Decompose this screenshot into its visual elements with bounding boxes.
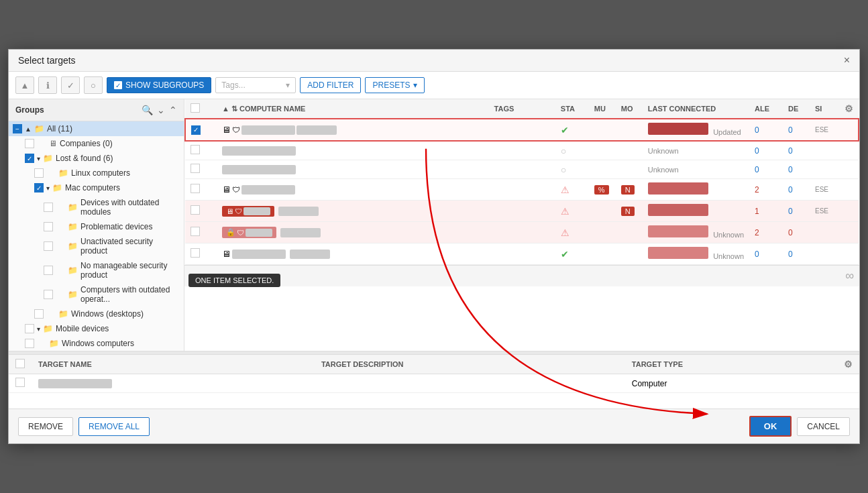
sidebar-item-windows-computers[interactable]: 📁 Windows computers [9, 336, 184, 351]
sidebar-item-unactivated[interactable]: 📁 Unactivated security product [9, 234, 184, 258]
row-de-cell: 0 [783, 119, 810, 141]
monitor-icon: 🖥 [222, 249, 231, 259]
sidebar-item-linux[interactable]: 📁 Linux computers [9, 166, 184, 180]
row-checkbox[interactable] [191, 205, 200, 215]
sidebar-checkbox-problematic[interactable] [44, 222, 53, 231]
bottom-row-checkbox-cell[interactable] [9, 374, 32, 393]
toolbar-warning-icon[interactable]: ▲ [15, 76, 34, 94]
row-checkbox[interactable]: ✓ [191, 125, 201, 135]
col-tags[interactable]: TAGS [489, 99, 555, 119]
toolbar-circle-icon[interactable]: ○ [84, 76, 103, 94]
row-extra-cell [836, 243, 859, 265]
sidebar-item-outdated-os[interactable]: 📁 Computers with outdated operat... [9, 282, 184, 307]
checkbox-icon: ✓ [114, 81, 122, 89]
sidebar-checkbox-all[interactable]: − [13, 124, 22, 133]
table-row: 🔒 🛡 ⚠ [185, 222, 859, 243]
row-alerts-cell: 0 [749, 119, 783, 141]
col-settings[interactable]: ⚙ [836, 99, 859, 119]
row-status-cell: ⚠ [555, 201, 589, 222]
sidebar-label-linux: Linux computers [71, 168, 180, 178]
sidebar-checkbox-mac[interactable]: ✓ [34, 183, 44, 193]
search-icon[interactable]: 🔍 [142, 105, 153, 115]
bottom-row-checkbox[interactable] [15, 378, 25, 387]
cancel-button[interactable]: CANCEL [797, 417, 850, 436]
bottom-col-settings[interactable]: ⚙ [834, 355, 859, 374]
sidebar-label-lost: Lost & found (6) [56, 154, 180, 163]
row-de-cell: 0 [783, 141, 810, 160]
sidebar-item-mac[interactable]: ✓ ▾ 📁 Mac computers [9, 180, 184, 195]
remove-all-button[interactable]: REMOVE ALL [78, 417, 150, 436]
presets-button[interactable]: PRESETS ▾ [365, 77, 424, 93]
scroll-area: ∞ [184, 265, 859, 286]
sidebar-item-windows-desktops[interactable]: 📁 Windows (desktops) [9, 307, 184, 321]
row-checkbox-cell[interactable] [185, 141, 206, 160]
row-checkbox[interactable] [191, 248, 200, 258]
sidebar-item-companies[interactable]: 🖥 Companies (0) [9, 136, 184, 151]
row-si-cell: ESE [810, 119, 836, 141]
col-ale[interactable]: ALE [749, 99, 783, 119]
add-filter-button[interactable]: ADD FILTER [300, 77, 361, 93]
close-button[interactable]: × [844, 55, 850, 66]
sidebar-header: Groups 🔍 ⌄ ⌃ [9, 99, 184, 121]
sidebar-checkbox-outdated[interactable] [44, 203, 53, 212]
sidebar-checkbox-lost[interactable]: ✓ [25, 154, 34, 163]
row-checkbox[interactable] [191, 184, 200, 193]
toolbar: ▲ ℹ ✓ ○ ✓ SHOW SUBGROUPS Tags... ▾ ADD F… [9, 72, 859, 99]
row-si-cell [810, 160, 836, 179]
row-tags-cell [489, 179, 555, 201]
sidebar-checkbox-linux[interactable] [34, 168, 44, 178]
sidebar-checkbox-windows-desktops[interactable] [34, 309, 44, 319]
show-subgroups-button[interactable]: ✓ SHOW SUBGROUPS [107, 77, 211, 93]
sidebar-checkbox-outdated-os[interactable] [44, 290, 53, 299]
row-checkbox-cell[interactable] [185, 243, 206, 265]
row-checkbox-cell[interactable] [185, 179, 206, 201]
bottom-header-checkbox[interactable] [15, 359, 25, 368]
row-checkbox[interactable] [191, 145, 200, 154]
col-si[interactable]: SI [810, 99, 836, 119]
sidebar-item-outdated[interactable]: 📁 Devices with outdated modules [9, 195, 184, 219]
sidebar-checkbox-companies[interactable] [25, 139, 34, 148]
row-checkbox[interactable] [191, 164, 200, 173]
header-checkbox[interactable] [191, 103, 200, 113]
remove-button[interactable]: REMOVE [18, 417, 73, 436]
col-computer-name[interactable]: ▲ ⇅ COMPUTER NAME [217, 99, 489, 119]
toolbar-check-icon[interactable]: ✓ [61, 76, 80, 94]
sidebar-item-problematic[interactable]: 📁 Problematic devices [9, 219, 184, 234]
row-checkbox-cell[interactable] [185, 201, 206, 222]
sidebar-item-all[interactable]: − ▲ 📁 All (11) [9, 121, 184, 136]
sidebar-checkbox-unactivated[interactable] [44, 241, 53, 251]
bottom-col-target-description: TARGET DESCRIPTION [315, 355, 625, 374]
sidebar-item-mobile[interactable]: ▾ 📁 Mobile devices [9, 321, 184, 336]
col-mo[interactable]: MO [616, 99, 643, 119]
col-de[interactable]: DE [783, 99, 810, 119]
row-name-cell: 🖥 🛡 [217, 119, 489, 141]
computer-name-blurred [222, 165, 296, 174]
monitor-icon: 🖥 [222, 125, 231, 135]
sidebar-checkbox-mobile[interactable] [25, 324, 34, 333]
row-checkbox-cell[interactable]: ✓ [185, 119, 206, 141]
expand-icon[interactable]: ⌄ [157, 105, 165, 115]
row-si-cell [810, 141, 836, 160]
row-sort-cell [206, 160, 217, 179]
sidebar-checkbox-nomanageable[interactable] [44, 266, 53, 275]
sidebar-item-nomanageable[interactable]: 📁 No manageable security product [9, 258, 184, 282]
row-checkbox-cell[interactable] [185, 160, 206, 179]
tags-dropdown[interactable]: Tags... ▾ [215, 77, 296, 93]
row-mo-cell [616, 160, 643, 179]
ok-button[interactable]: OK [749, 416, 792, 437]
row-checkbox[interactable] [191, 227, 200, 236]
computer-name-blurred [232, 250, 286, 259]
toolbar-info-icon[interactable]: ℹ [38, 76, 57, 94]
sidebar-item-lost[interactable]: ✓ ▾ 📁 Lost & found (6) [9, 151, 184, 166]
shield-icon: 🛡 [232, 125, 240, 135]
table-row: ✓ 🖥 🛡 ✔ [185, 119, 859, 141]
sidebar-checkbox-windows-computers[interactable] [25, 339, 34, 348]
collapse-icon[interactable]: ⌃ [169, 105, 177, 115]
row-checkbox-cell[interactable] [185, 222, 206, 243]
col-sta[interactable]: STA [555, 99, 589, 119]
row-extra-cell [836, 119, 859, 141]
bottom-table-row: Computer [9, 374, 859, 393]
col-last-connected[interactable]: LAST CONNECTED [643, 99, 749, 119]
folder-icon-mac: 📁 [52, 183, 62, 193]
col-mu[interactable]: MU [589, 99, 616, 119]
